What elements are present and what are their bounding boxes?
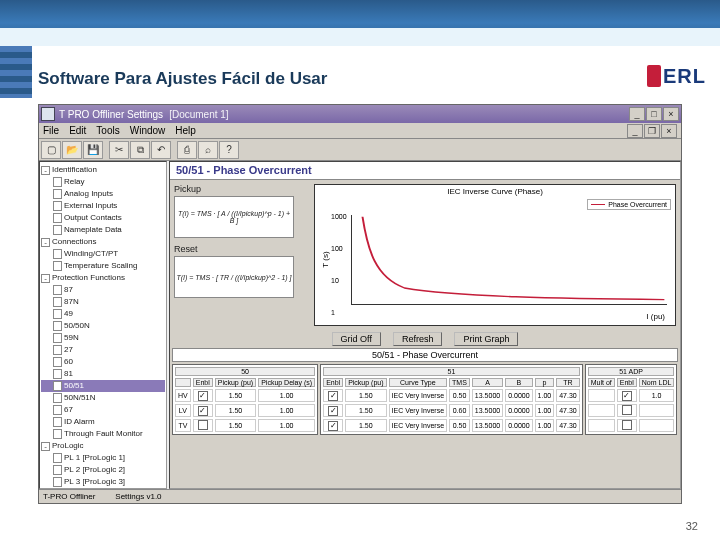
tree-item-label: Output Contacts — [64, 212, 122, 224]
page-title: 50/51 - Phase Overcurrent — [170, 162, 680, 180]
document-icon — [53, 345, 62, 355]
tree-item[interactable]: 50N/51N — [41, 392, 165, 404]
tree-item-label: Identification — [52, 164, 97, 176]
document-icon — [53, 453, 62, 463]
tree-item[interactable]: 27 — [41, 344, 165, 356]
tree-item[interactable]: PL 3 [ProLogic 3] — [41, 476, 165, 488]
print-button[interactable]: ⎙ — [177, 141, 197, 159]
tree-item[interactable]: Analog Inputs — [41, 188, 165, 200]
menu-tools[interactable]: Tools — [96, 125, 119, 136]
tree-item[interactable]: External Inputs — [41, 200, 165, 212]
expand-icon[interactable]: - — [41, 442, 50, 451]
tree-item[interactable]: Through Fault Monitor — [41, 428, 165, 440]
tree-item-label: ID Alarm — [64, 416, 95, 428]
window-title: T PRO Offliner Settings — [59, 109, 163, 120]
checkbox[interactable] — [622, 405, 632, 415]
chart-legend: Phase Overcurrent — [587, 199, 671, 210]
tree-item[interactable]: 50/50N — [41, 320, 165, 332]
formula-panel: Pickup T(I) = TMS · [ A / ((I/Ipickup)^p… — [170, 180, 310, 330]
preview-button[interactable]: ⌕ — [198, 141, 218, 159]
tree-item[interactable]: -ProLogic — [41, 440, 165, 452]
erl-logo: ERL — [647, 55, 720, 97]
document-icon — [53, 285, 62, 295]
tree-item[interactable]: 87 — [41, 284, 165, 296]
checkbox[interactable]: ✓ — [328, 421, 338, 431]
table-row — [588, 404, 675, 417]
tree-item[interactable]: 50/51 — [41, 380, 165, 392]
titlebar[interactable]: T PRO Offliner Settings [Document 1] _ □… — [39, 105, 681, 123]
status-left: T-PRO Offliner — [43, 490, 95, 503]
tree-item[interactable]: 67 — [41, 404, 165, 416]
statusbar: T-PRO Offliner Settings v1.0 — [39, 489, 681, 503]
tree-item[interactable]: 81 — [41, 368, 165, 380]
menu-edit[interactable]: Edit — [69, 125, 86, 136]
navigation-tree[interactable]: -IdentificationRelayAnalog InputsExterna… — [39, 161, 167, 489]
mdi-close-button[interactable]: × — [661, 124, 677, 138]
save-button[interactable]: 💾 — [83, 141, 103, 159]
tree-item-label: 49 — [64, 308, 73, 320]
document-icon — [53, 225, 62, 235]
document-icon — [53, 393, 62, 403]
minimize-button[interactable]: _ — [629, 107, 645, 121]
checkbox[interactable]: ✓ — [622, 391, 632, 401]
tree-item-label: 60 — [64, 356, 73, 368]
mdi-minimize-button[interactable]: _ — [627, 124, 643, 138]
table-row: LV✓1.501.00 — [175, 404, 315, 417]
tree-item[interactable]: PL 2 [ProLogic 2] — [41, 464, 165, 476]
tree-item[interactable]: -Connections — [41, 236, 165, 248]
help-button[interactable]: ? — [219, 141, 239, 159]
tree-item[interactable]: Winding/CT/PT — [41, 248, 165, 260]
document-icon — [53, 357, 62, 367]
undo-button[interactable]: ↶ — [151, 141, 171, 159]
checkbox[interactable] — [622, 420, 632, 430]
open-button[interactable]: 📂 — [62, 141, 82, 159]
chart-title: IEC Inverse Curve (Phase) — [315, 187, 675, 196]
close-button[interactable]: × — [663, 107, 679, 121]
document-icon — [53, 321, 62, 331]
tree-item[interactable]: Nameplate Data — [41, 224, 165, 236]
tree-item[interactable]: -Protection Functions — [41, 272, 165, 284]
cut-button[interactable]: ✂ — [109, 141, 129, 159]
grid-toggle-button[interactable]: Grid Off — [332, 332, 381, 346]
tree-item[interactable]: 59N — [41, 332, 165, 344]
document-icon — [53, 477, 62, 487]
maximize-button[interactable]: □ — [646, 107, 662, 121]
tree-item[interactable]: 49 — [41, 308, 165, 320]
tree-item[interactable]: Relay — [41, 176, 165, 188]
document-name: [Document 1] — [169, 109, 228, 120]
new-button[interactable]: ▢ — [41, 141, 61, 159]
print-graph-button[interactable]: Print Graph — [454, 332, 518, 346]
document-icon — [53, 261, 62, 271]
tree-item-label: Temperature Scaling — [64, 260, 137, 272]
copy-button[interactable]: ⧉ — [130, 141, 150, 159]
checkbox[interactable] — [198, 420, 208, 430]
checkbox[interactable]: ✓ — [328, 406, 338, 416]
expand-icon[interactable]: - — [41, 166, 50, 175]
checkbox[interactable]: ✓ — [198, 406, 208, 416]
tree-item-label: 87N — [64, 296, 79, 308]
tree-item-label: 50/50N — [64, 320, 90, 332]
expand-icon[interactable]: - — [41, 274, 50, 283]
expand-icon[interactable]: - — [41, 238, 50, 247]
tree-item[interactable]: -Identification — [41, 164, 165, 176]
menu-window[interactable]: Window — [130, 125, 166, 136]
menu-help[interactable]: Help — [175, 125, 196, 136]
chart: IEC Inverse Curve (Phase) Phase Overcurr… — [314, 184, 676, 326]
checkbox[interactable]: ✓ — [328, 391, 338, 401]
settings-table: 51 ADPMult ofEnblNom LDL✓1.0 — [585, 364, 678, 435]
checkbox[interactable]: ✓ — [198, 391, 208, 401]
tree-item[interactable]: Temperature Scaling — [41, 260, 165, 272]
tree-item[interactable]: 60 — [41, 356, 165, 368]
table-title: 50/51 - Phase Overcurrent — [172, 348, 678, 362]
tree-item[interactable]: 87N — [41, 296, 165, 308]
tree-item[interactable]: PL 1 [ProLogic 1] — [41, 452, 165, 464]
document-icon — [53, 369, 62, 379]
menu-file[interactable]: File — [43, 125, 59, 136]
mdi-restore-button[interactable]: ❐ — [644, 124, 660, 138]
document-icon — [53, 297, 62, 307]
refresh-button[interactable]: Refresh — [393, 332, 443, 346]
tree-item[interactable]: Output Contacts — [41, 212, 165, 224]
status-right: Settings v1.0 — [115, 490, 161, 503]
tree-item[interactable]: ID Alarm — [41, 416, 165, 428]
y-axis-label: T (s) — [321, 251, 330, 267]
